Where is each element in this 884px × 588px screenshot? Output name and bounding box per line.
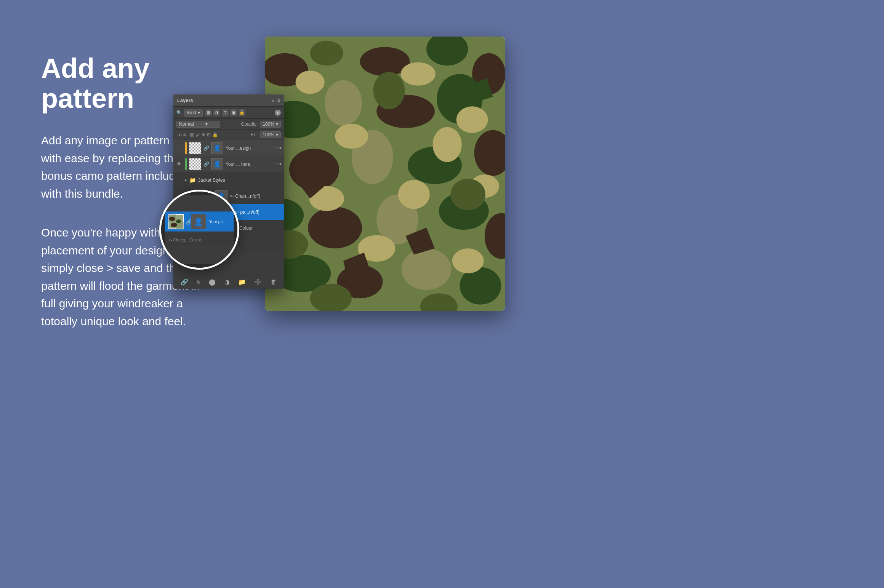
layers-panel-header: Layers » ≡ <box>173 94 284 107</box>
ps-canvas <box>265 57 505 302</box>
svg-point-27 <box>432 127 461 162</box>
photoshop-window: Your pattern here (on_off).psb @ 33.3% (… <box>265 37 505 311</box>
filter-kind-dropdown[interactable]: Kind ▾ <box>184 109 203 117</box>
layer-thumbnail <box>189 158 201 170</box>
layer-name: Your ...esign <box>226 145 272 151</box>
layer-name: Jacket Styles <box>198 177 282 183</box>
svg-point-34 <box>373 72 405 109</box>
svg-point-23 <box>295 70 324 94</box>
group-folder-icon: 📁 <box>189 177 196 183</box>
layers-header-icons: » ≡ <box>272 98 280 103</box>
layer-color-indicator <box>185 158 187 170</box>
svg-point-51 <box>171 223 177 227</box>
layer-actions: ⊙ ▾ <box>274 161 282 166</box>
layers-delete-icon[interactable]: 🗑 <box>271 279 277 286</box>
layers-add-icon[interactable]: ➕ <box>254 278 262 286</box>
layers-expand-icon[interactable]: » <box>272 98 274 103</box>
layers-toolbar: 🔗 fx ⬤ ◑ 📁 ➕ 🗑 <box>173 275 284 289</box>
svg-point-15 <box>308 207 362 248</box>
layer-name: Your ... here <box>226 161 272 167</box>
layer-thumbnail <box>189 142 201 154</box>
svg-point-25 <box>456 106 488 133</box>
svg-text:Your pa...: Your pa... <box>209 220 226 224</box>
filter-adjustment-icon[interactable]: ◑ <box>213 109 220 116</box>
svg-point-49 <box>169 217 175 221</box>
svg-text:<- Chang... Colour: <- Chang... Colour <box>168 238 201 242</box>
svg-point-26 <box>335 124 368 149</box>
lock-artboard-icon[interactable]: ⊞ <box>207 132 211 137</box>
layer-visibility-icon[interactable]: 👁 <box>176 177 183 183</box>
zoom-circle: 🔗 👤 Your pa... <- Chang... Colour <box>159 190 239 270</box>
filter-shape-icon[interactable]: ▣ <box>230 109 237 116</box>
fill-value[interactable]: 100% ▾ <box>260 131 281 138</box>
svg-point-29 <box>398 180 430 209</box>
lock-paint-icon[interactable]: 🖌 <box>195 132 200 137</box>
layer-color-indicator <box>185 142 187 154</box>
svg-point-35 <box>450 179 485 210</box>
layer-name: <- Chan...n/off) <box>230 193 282 199</box>
layer-group-item[interactable]: 👁 ▸ 📁 Jacket Styles <box>173 172 284 188</box>
filter-text-icon[interactable]: T <box>222 109 229 116</box>
svg-point-7 <box>325 80 362 126</box>
camo-pattern <box>265 57 505 302</box>
lock-all-icon[interactable]: 🔒 <box>212 132 218 137</box>
layer-link-icon: 🔗 <box>203 161 209 167</box>
layer-visibility-icon[interactable]: 👁 <box>176 161 183 167</box>
svg-point-50 <box>176 219 181 223</box>
layers-adjustment-icon[interactable]: ◑ <box>224 278 230 286</box>
layers-folder-icon[interactable]: 📁 <box>238 278 246 286</box>
svg-point-24 <box>400 62 436 86</box>
filter-search-icon: 🔍 <box>176 110 182 115</box>
layer-link-icon: 🔗 <box>203 145 209 151</box>
layer-action-clock-icon[interactable]: ⊙ <box>274 161 278 166</box>
opacity-label: Opacity: <box>241 121 258 127</box>
lock-icons-group: ▦ 🖌 ✥ ⊞ 🔒 <box>190 132 218 137</box>
filter-pixel-icon[interactable]: ▦ <box>205 109 212 116</box>
svg-text:👤: 👤 <box>194 217 203 226</box>
layer-mask-thumbnail: 👤 <box>211 142 223 154</box>
lock-transparent-icon[interactable]: ▦ <box>190 132 194 137</box>
layer-item[interactable]: 👁 🔗 👤 Your ... here ⊙ ▾ <box>173 156 284 172</box>
filter-smartobj-icon[interactable]: 🔒 <box>239 109 245 116</box>
zoom-svg: 🔗 👤 Your pa... <- Chang... Colour <box>161 192 237 268</box>
layer-action-arrow-icon[interactable]: ▾ <box>279 145 282 150</box>
layer-action-arrow-icon[interactable]: ▾ <box>279 161 282 166</box>
layers-link-icon[interactable]: 🔗 <box>181 278 188 286</box>
filter-toggle-icon[interactable]: ● <box>275 110 281 116</box>
layer-action-clock-icon[interactable]: ⊙ <box>274 145 278 150</box>
lock-label: Lock: <box>176 132 187 137</box>
lock-move-icon[interactable]: ✥ <box>202 132 205 137</box>
lock-fill-row: Lock: ▦ 🖌 ✥ ⊞ 🔒 Fill: 100% ▾ <box>173 129 284 140</box>
blend-mode-dropdown[interactable]: Normal ▾ <box>176 121 220 128</box>
blend-opacity-row: Normal ▾ Opacity: 100% ▾ <box>173 119 284 129</box>
group-collapse-arrow[interactable]: ▸ <box>185 177 187 182</box>
fill-label: Fill: <box>251 132 258 137</box>
filter-type-icons: ▦ ◑ T ▣ 🔒 <box>205 109 245 116</box>
layers-fx-icon[interactable]: fx <box>197 280 200 285</box>
layer-visibility-icon[interactable]: 👁 <box>176 145 183 151</box>
layer-name: Your pa...n/off) <box>230 209 282 215</box>
opacity-value[interactable]: 100% ▾ <box>260 121 281 128</box>
layer-mask-thumbnail: 👤 <box>211 158 223 170</box>
layers-filter-row: 🔍 Kind ▾ ▦ ◑ T ▣ 🔒 ● <box>173 107 284 119</box>
svg-point-32 <box>452 248 484 273</box>
layers-mask-icon[interactable]: ⬤ <box>209 278 216 286</box>
svg-point-21 <box>402 248 452 290</box>
zoom-circle-inner: 🔗 👤 Your pa... <- Chang... Colour <box>161 192 237 268</box>
layer-actions: ⊙ ▾ <box>274 145 282 150</box>
layer-item[interactable]: 👁 🔗 👤 Your ...esign ⊙ ▾ <box>173 140 284 156</box>
layers-panel-title: Layers <box>177 97 272 103</box>
layers-menu-icon[interactable]: ≡ <box>277 98 280 103</box>
